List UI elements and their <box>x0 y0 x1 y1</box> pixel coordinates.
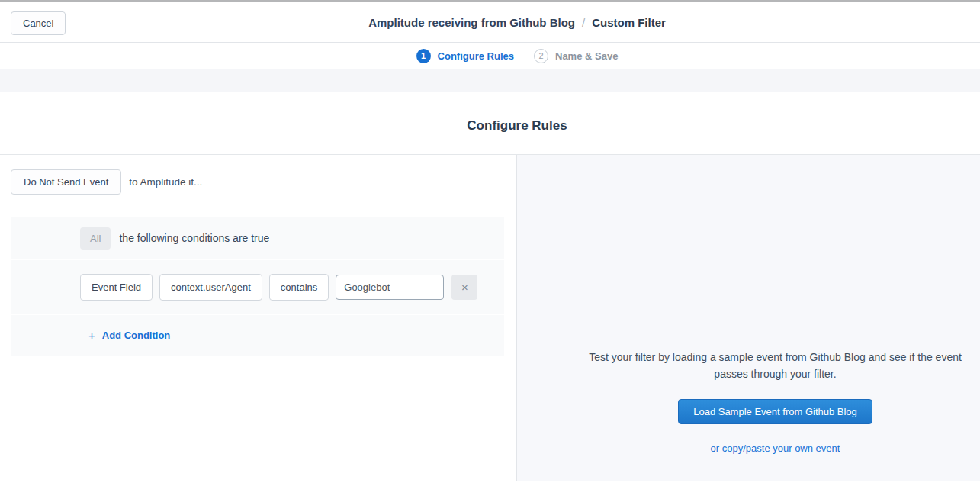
breadcrumb-current: Custom Filter <box>592 16 666 29</box>
paste-own-event-link[interactable]: or copy/paste your own event <box>517 443 980 454</box>
step-2-label: Name & Save <box>555 50 618 62</box>
add-condition-label: Add Condition <box>102 330 171 341</box>
rules-panel: Do Not Send Event to Amplitude if... All… <box>0 155 517 481</box>
condition-value-input[interactable] <box>336 275 444 300</box>
step-2-circle: 2 <box>534 49 548 63</box>
app-window: Cancel Amplitude receiving from Github B… <box>0 0 980 483</box>
title-section: Configure Rules <box>0 92 980 155</box>
add-condition-link[interactable]: + Add Condition <box>88 329 170 342</box>
test-description: Test your filter by loading a sample eve… <box>585 349 966 382</box>
trigger-row: Do Not Send Event to Amplitude if... <box>11 169 506 195</box>
close-icon: × <box>461 281 468 294</box>
remove-condition-button[interactable]: × <box>451 275 477 300</box>
breadcrumb-separator: / <box>582 16 585 29</box>
test-panel-content: Test your filter by loading a sample eve… <box>517 155 980 454</box>
breadcrumb: Amplitude receiving from Github Blog / C… <box>0 2 980 43</box>
condition-type-button[interactable]: Event Field <box>80 274 153 301</box>
step-1-label: Configure Rules <box>438 50 514 62</box>
page-canvas: Cancel Amplitude receiving from Github B… <box>0 2 980 481</box>
condition-operator-button[interactable]: contains <box>269 274 329 301</box>
condition-row: Event Field context.userAgent contains × <box>11 260 504 315</box>
plus-icon: + <box>88 329 95 342</box>
breadcrumb-source[interactable]: Amplitude receiving from Github Blog <box>368 16 575 29</box>
page-title: Configure Rules <box>0 92 980 134</box>
group-description: the following conditions are true <box>119 232 269 244</box>
action-selector-button[interactable]: Do Not Send Event <box>11 169 121 195</box>
step-name-and-save[interactable]: 2 Name & Save <box>534 49 618 63</box>
load-sample-event-button[interactable]: Load Sample Event from Github Blog <box>678 399 872 424</box>
wizard-steps: 1 Configure Rules 2 Name & Save <box>0 43 980 69</box>
add-condition-row: + Add Condition <box>11 315 504 356</box>
condition-group-card: All the following conditions are true Ev… <box>11 217 504 356</box>
group-operator-badge[interactable]: All <box>80 227 111 250</box>
test-filter-panel: Test your filter by loading a sample eve… <box>517 155 980 481</box>
step-configure-rules[interactable]: 1 Configure Rules <box>416 49 514 63</box>
step-1-circle: 1 <box>416 49 431 63</box>
group-operator-row: All the following conditions are true <box>11 217 504 260</box>
condition-field-button[interactable]: context.userAgent <box>159 274 262 301</box>
spacer-band <box>0 69 980 92</box>
trigger-suffix-text: to Amplitude if... <box>129 176 202 188</box>
header-bar: Cancel Amplitude receiving from Github B… <box>0 2 980 43</box>
main-content: Do Not Send Event to Amplitude if... All… <box>0 155 980 481</box>
